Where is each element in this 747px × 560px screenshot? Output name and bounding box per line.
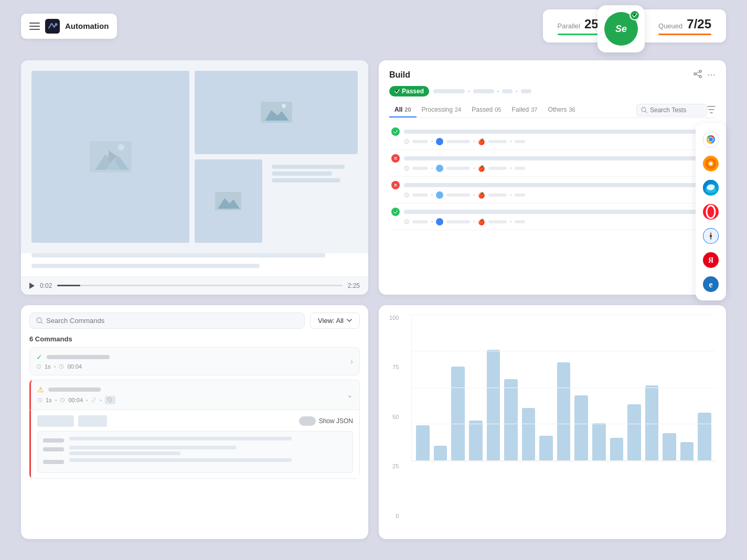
show-json-toggle[interactable]: Show JSON	[299, 416, 353, 426]
table-row: • • 🍎 •	[389, 177, 716, 203]
video-thumb-large	[31, 71, 189, 243]
chrome-icon[interactable]	[701, 130, 721, 149]
commands-search-bar[interactable]	[29, 313, 305, 329]
yandex-icon[interactable]: Я	[701, 250, 721, 270]
safari-icon[interactable]	[701, 226, 721, 246]
view-select[interactable]: View: All	[310, 313, 360, 329]
filter-button[interactable]	[707, 106, 716, 115]
passed-badge: Passed	[389, 86, 429, 96]
tab-all[interactable]: All 20	[389, 103, 417, 117]
json-val-line-2b	[69, 451, 180, 455]
test-status-fail-2	[391, 154, 400, 163]
tab-others[interactable]: Others 36	[542, 103, 580, 117]
bar-group	[627, 404, 641, 461]
svg-point-37	[694, 73, 696, 75]
search-commands-input[interactable]	[46, 317, 298, 325]
commands-count: 6 Commands	[29, 335, 360, 343]
play-button[interactable]	[109, 150, 118, 163]
meta-item-4d	[515, 220, 525, 223]
chart-bar	[504, 379, 518, 461]
cmd-search-icon	[36, 317, 43, 324]
video-play-small[interactable]	[29, 283, 35, 289]
chart-bar	[451, 367, 465, 461]
video-content	[21, 60, 368, 253]
meta-dot-3	[502, 89, 513, 93]
test-status-pass-1	[391, 127, 400, 136]
video-panel: 0:02 2:25	[21, 60, 368, 295]
tab-processing-label: Processing	[422, 106, 453, 113]
ie-icon[interactable]: e	[701, 274, 721, 294]
bar-group	[680, 442, 694, 461]
main-content: 0:02 2:25 Build ⋯ Passed	[21, 60, 726, 539]
y-label-0: 0	[389, 513, 399, 519]
json-toggle-switch[interactable]	[299, 416, 316, 426]
selenium-check	[629, 10, 640, 20]
meta-badge-4	[436, 218, 443, 225]
build-panel: Build ⋯ Passed • • •	[379, 60, 726, 295]
y-label-100: 100	[389, 315, 399, 321]
cmd-chevron-1: ›	[350, 357, 353, 365]
video-thumb-small-1	[195, 71, 358, 154]
bar-group	[663, 433, 676, 461]
test-row-top-3	[391, 181, 713, 189]
test-name-bar-2	[404, 156, 713, 160]
tab-processing[interactable]: Processing 24	[417, 103, 467, 117]
meta-dot-2	[473, 89, 494, 93]
svg-point-1	[55, 23, 57, 25]
test-name-bar-1	[404, 130, 713, 134]
chart-panel: 100 75 50 25 0	[379, 305, 726, 540]
edge-icon[interactable]	[701, 178, 721, 198]
cmd-name-bar-2	[48, 387, 101, 392]
meta-dot-4	[521, 89, 531, 93]
tag-row	[37, 415, 107, 427]
menu-icon[interactable]	[29, 23, 40, 30]
chart-bar	[698, 413, 711, 460]
tab-failed[interactable]: Failed 37	[507, 103, 543, 117]
cmd-check-icon-1: ✓	[36, 353, 42, 361]
meta-badge-3	[436, 191, 443, 199]
video-text-lines	[266, 159, 358, 243]
show-json-label-text: Show JSON	[319, 417, 353, 425]
video-progress-bar[interactable]	[57, 285, 342, 286]
test-rows: • • 🍎 •	[389, 123, 716, 285]
selenium-circle: Se	[604, 12, 638, 46]
meta-item-1d	[515, 140, 525, 143]
share-button[interactable]	[693, 70, 702, 80]
json-val-3	[69, 458, 347, 462]
search-tests-input[interactable]	[650, 106, 702, 114]
cmd-item-header-1[interactable]: ✓ 1s • 00:04 ›	[29, 347, 360, 375]
test-search-bar[interactable]	[636, 104, 707, 116]
json-val-line-1a	[69, 437, 292, 440]
json-val-2	[69, 446, 347, 455]
apple-icon-4: 🍎	[478, 219, 485, 225]
firefox-icon[interactable]	[701, 154, 721, 174]
tab-failed-count: 37	[531, 106, 537, 113]
chevron-down-icon	[347, 319, 352, 322]
json-line-3	[43, 458, 347, 464]
more-button[interactable]: ⋯	[707, 70, 716, 80]
tab-others-count: 36	[569, 106, 575, 113]
cmd-item-header-2[interactable]: ⚠ 1s • 00:04 • •	[29, 380, 360, 410]
chart-bar	[663, 433, 676, 461]
tab-passed[interactable]: Passed 05	[466, 103, 506, 117]
build-tabs-row: All 20 Processing 24 Passed 05 Failed 37…	[389, 103, 716, 118]
video-description	[31, 253, 358, 268]
chart-bar	[680, 442, 694, 461]
json-key-3	[43, 460, 64, 464]
svg-point-36	[699, 70, 701, 72]
cmd-tag-icon	[105, 396, 115, 404]
meta-item-4a	[412, 220, 428, 223]
chart-bar	[574, 395, 588, 461]
cmd-expanded-content: Show JSON	[29, 410, 360, 479]
gridline-100	[412, 315, 716, 315]
json-preview	[37, 431, 353, 473]
cmd-item-left-1: ✓ 1s • 00:04	[36, 353, 110, 370]
svg-rect-0	[45, 19, 60, 34]
text-line-3	[272, 178, 340, 182]
video-controls: 0:02 2:25	[21, 276, 368, 295]
cmd-time2-2: 00:04	[68, 397, 83, 403]
opera-icon[interactable]	[701, 202, 721, 222]
test-row-top-1	[391, 127, 713, 136]
bar-group	[539, 436, 553, 461]
meta-item-4c	[488, 220, 507, 223]
